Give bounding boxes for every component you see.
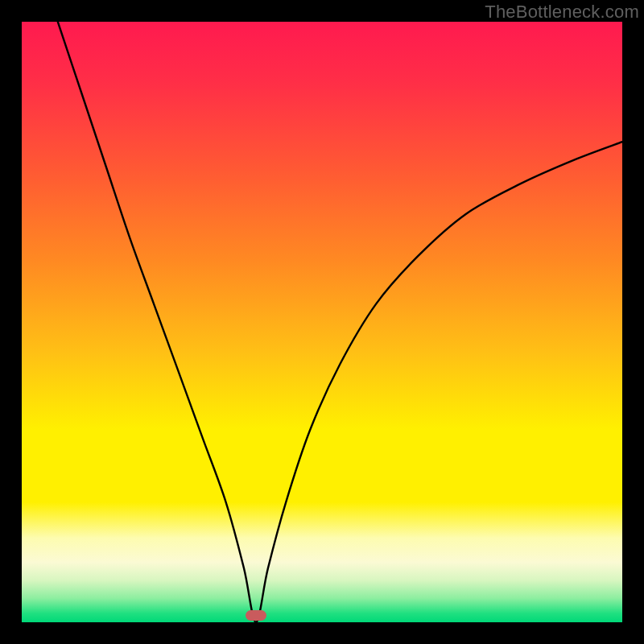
plot-area (22, 22, 622, 622)
optimal-point-marker (246, 610, 266, 621)
watermark-text: TheBottleneck.com (485, 2, 639, 23)
bottleneck-curve (22, 22, 622, 622)
chart-frame: TheBottleneck.com (0, 0, 644, 644)
